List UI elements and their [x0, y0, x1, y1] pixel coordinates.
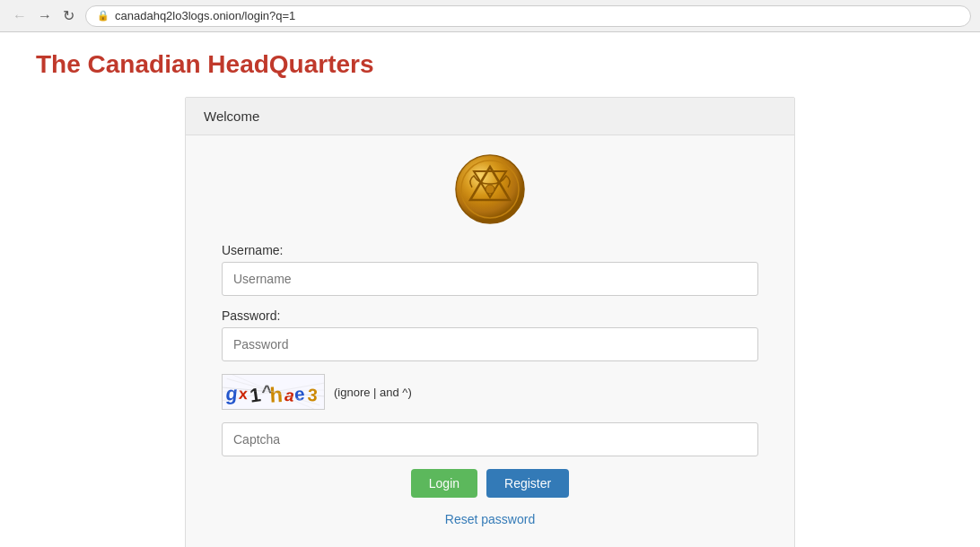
back-button[interactable]: ←: [9, 6, 31, 26]
svg-point-5: [486, 185, 494, 194]
nav-buttons: ← → ↻: [9, 5, 78, 26]
url-text: canadahq2lo3logs.onion/login?q=1: [115, 9, 295, 22]
card-header: Welcome: [186, 98, 794, 135]
password-group: Password:: [222, 308, 758, 361]
captcha-row: g x 1 ^ h a e 3: [222, 374, 758, 410]
coin-svg: [454, 153, 526, 225]
captcha-image: g x 1 ^ h a e 3: [222, 374, 325, 410]
site-title: The Canadian HeadQuarters: [36, 50, 944, 79]
captcha-svg: g x 1 ^ h a e 3: [223, 374, 324, 410]
captcha-input[interactable]: [222, 422, 758, 456]
svg-text:x: x: [238, 385, 248, 403]
reset-password-link[interactable]: Reset password: [445, 512, 535, 526]
svg-text:h: h: [269, 383, 284, 407]
browser-chrome: ← → ↻ 🔒 canadahq2lo3logs.onion/login?q=1: [0, 0, 980, 32]
captcha-hint: (ignore | and ^): [334, 386, 412, 399]
lock-icon: 🔒: [97, 10, 109, 22]
register-button[interactable]: Register: [486, 469, 569, 498]
login-button[interactable]: Login: [411, 469, 477, 498]
address-bar[interactable]: 🔒 canadahq2lo3logs.onion/login?q=1: [85, 5, 971, 27]
button-row: Login Register: [222, 469, 758, 498]
forward-button[interactable]: →: [34, 6, 56, 26]
username-group: Username:: [222, 243, 758, 296]
password-input[interactable]: [222, 327, 758, 361]
page-content: The Canadian HeadQuarters Welcome: [0, 32, 980, 547]
password-label: Password:: [222, 308, 758, 323]
login-card: Welcome: [185, 97, 795, 547]
username-label: Username:: [222, 243, 758, 257]
card-body: Username: Password:: [186, 135, 794, 547]
svg-text:e: e: [293, 383, 305, 404]
svg-text:g: g: [223, 382, 238, 405]
username-input[interactable]: [222, 262, 758, 296]
coin-logo: [454, 153, 526, 225]
reload-button[interactable]: ↻: [59, 5, 78, 26]
captcha-group: [222, 422, 758, 456]
